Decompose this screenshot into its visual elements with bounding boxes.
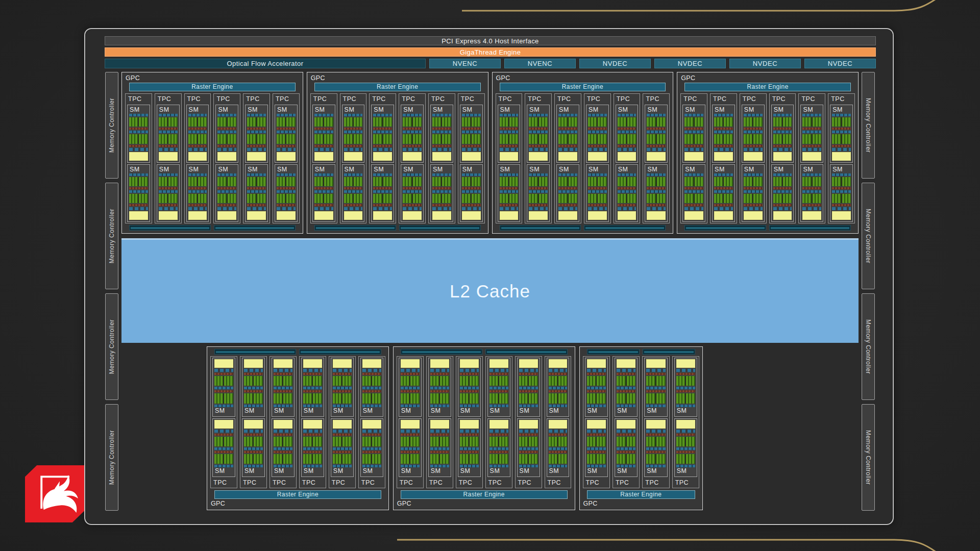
core-column bbox=[587, 393, 596, 403]
sm-blue-bar bbox=[274, 387, 292, 389]
sm-yellow-block bbox=[214, 359, 233, 368]
texture-bar bbox=[500, 225, 581, 231]
sm-yellow-block bbox=[430, 420, 449, 429]
core-column bbox=[773, 177, 782, 186]
core-column bbox=[460, 437, 469, 446]
texture-bar-fill bbox=[402, 351, 481, 353]
sm-dashed-blue-bar bbox=[558, 207, 577, 210]
sm-red-bar bbox=[362, 451, 381, 453]
core-column bbox=[401, 376, 409, 386]
memory-controller-label: Memory Controller bbox=[865, 319, 872, 374]
sm-green-core-block bbox=[714, 134, 733, 143]
sm-blue-bar bbox=[401, 387, 420, 389]
sm-red-bar bbox=[587, 451, 606, 453]
texture-bars bbox=[214, 349, 381, 355]
core-column bbox=[277, 194, 285, 203]
sm-label: SM bbox=[549, 407, 568, 415]
sm-body bbox=[274, 420, 292, 468]
sm-label: SM bbox=[714, 166, 733, 173]
sm-green-core-block bbox=[401, 393, 420, 403]
sm-yellow-block bbox=[314, 152, 333, 161]
sm-yellow-block bbox=[460, 420, 479, 429]
tpc-label: TPC bbox=[742, 95, 765, 103]
core-column bbox=[724, 177, 732, 186]
sm-red-bar bbox=[549, 390, 568, 392]
tpc-unit: TPCSMSM bbox=[184, 93, 211, 223]
texture-bars bbox=[684, 225, 851, 231]
core-column bbox=[373, 177, 382, 186]
core-column bbox=[224, 393, 233, 403]
sm-blue-bar bbox=[217, 114, 236, 116]
sm-blue-bar bbox=[714, 114, 733, 116]
sm-unit: SM bbox=[157, 105, 180, 163]
core-column bbox=[277, 134, 285, 143]
sm-blue-bar bbox=[617, 387, 635, 389]
core-column bbox=[372, 454, 381, 464]
sm-unit: SM bbox=[331, 418, 354, 478]
sm-body bbox=[744, 114, 763, 161]
core-column bbox=[442, 177, 451, 186]
tpc-label: TPC bbox=[771, 95, 794, 103]
sm-green-core-block bbox=[714, 177, 733, 186]
sm-dashed-blue-bar bbox=[403, 207, 422, 210]
sm-unit: SM bbox=[342, 105, 365, 163]
sm-red-bar bbox=[500, 145, 519, 147]
sm-label: SM bbox=[460, 467, 479, 475]
sm-red-bar bbox=[274, 434, 292, 436]
core-column bbox=[627, 437, 636, 446]
sm-red-bar bbox=[217, 128, 236, 130]
core-column bbox=[539, 194, 548, 203]
sm-unit: SM bbox=[186, 105, 209, 163]
sm-red-bar bbox=[373, 128, 392, 130]
sm-unit: SM bbox=[645, 164, 668, 222]
sm-body bbox=[500, 173, 519, 220]
sm-red-bar bbox=[432, 145, 451, 147]
core-column bbox=[539, 134, 548, 143]
core-column bbox=[627, 177, 636, 186]
sm-label: SM bbox=[430, 467, 449, 475]
sm-yellow-block bbox=[714, 211, 733, 220]
core-column bbox=[813, 177, 821, 186]
sm-red-bar bbox=[303, 451, 322, 453]
sm-unit: SM bbox=[460, 105, 483, 163]
sm-green-core-block bbox=[460, 393, 479, 403]
sm-unit: SM bbox=[527, 105, 550, 163]
sm-body bbox=[529, 173, 548, 220]
sm-red-bar bbox=[403, 128, 422, 130]
sm-yellow-block bbox=[773, 152, 792, 161]
sm-body bbox=[549, 420, 568, 468]
core-column bbox=[401, 437, 409, 446]
sm-red-bar bbox=[460, 451, 479, 453]
sm-blue-bar bbox=[462, 131, 481, 133]
sm-yellow-block bbox=[274, 420, 292, 429]
sm-unit: SM bbox=[430, 164, 453, 222]
sm-red-bar bbox=[159, 187, 178, 189]
sm-blue-bar bbox=[430, 387, 449, 389]
sm-unit: SM bbox=[712, 105, 735, 163]
sm-label: SM bbox=[773, 166, 792, 173]
core-column bbox=[627, 376, 636, 386]
core-column bbox=[646, 454, 655, 464]
sm-blue-bar bbox=[618, 114, 636, 116]
sm-green-core-block bbox=[489, 393, 508, 403]
sm-red-bar bbox=[588, 145, 607, 147]
sm-red-bar bbox=[773, 128, 792, 130]
core-column bbox=[383, 117, 392, 127]
tpc-unit: SMSMTPC bbox=[672, 356, 699, 488]
sm-green-core-block bbox=[430, 376, 449, 386]
sm-unit: SM bbox=[401, 164, 424, 222]
sm-blue-bar bbox=[744, 131, 763, 133]
core-column bbox=[813, 134, 821, 143]
sm-green-core-block bbox=[802, 177, 821, 186]
sm-dashed-blue-bar bbox=[802, 207, 821, 210]
core-column bbox=[695, 117, 703, 127]
tpc-row: SMSMTPCSMSMTPCSMSMTPCSMSMTPCSMSMTPCSMSMT… bbox=[397, 356, 572, 488]
core-column bbox=[569, 194, 577, 203]
core-column bbox=[354, 194, 362, 203]
sm-blue-bar bbox=[832, 173, 851, 176]
core-column bbox=[470, 393, 478, 403]
core-column bbox=[373, 134, 382, 143]
sm-green-core-block bbox=[646, 454, 665, 464]
core-column bbox=[499, 393, 508, 403]
sm-blue-bar bbox=[314, 173, 333, 176]
